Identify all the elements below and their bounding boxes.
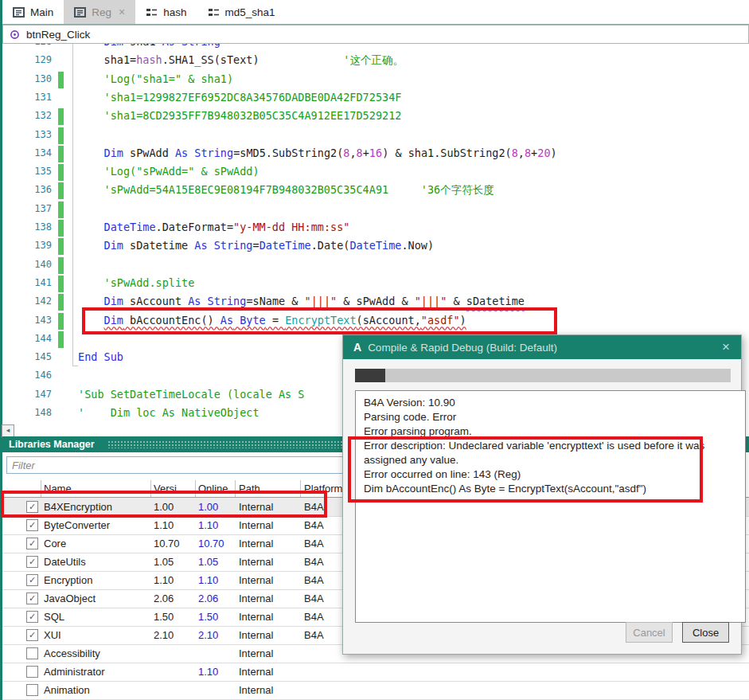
library-row-animation[interactable]: AnimationInternal [2, 681, 749, 700]
log-line: Error parsing program. [364, 424, 737, 439]
code-line-137[interactable]: 137 [2, 201, 749, 219]
tab-reg[interactable]: Reg× [64, 0, 135, 24]
cell-name: B4XEncryption [44, 501, 112, 513]
module-icon [146, 7, 158, 18]
line-number: 130 [12, 73, 52, 84]
cell-version: 1.10 [154, 574, 174, 586]
code-text: 'Log("sha1=" & sha1) [78, 72, 233, 85]
change-bar [58, 72, 64, 88]
line-number: 133 [12, 129, 52, 140]
code-line-132[interactable]: 132 'sha1=8CD2935FF7B948032B05C35C4A912E… [2, 108, 749, 126]
log-line: B4A Version: 10.90 [364, 396, 737, 410]
line-number: 129 [12, 54, 52, 65]
code-line-129[interactable]: 129 sha1=hash.SHA1_SS(sText) '这个正确。 [2, 52, 749, 70]
library-checkbox[interactable]: ✓ [26, 611, 38, 623]
code-line-138[interactable]: 138 DateTime.DateFormat="y-MM-dd HH:mm:s… [2, 219, 749, 237]
cell-version: 2.06 [154, 592, 174, 604]
compile-log-box: B4A Version: 10.90Parsing code. ErrorErr… [355, 390, 746, 623]
column-header-path[interactable]: Path [239, 483, 260, 495]
code-text: sha1=hash.SHA1_SS(sText) '这个正确。 [78, 53, 404, 68]
compile-dialog-title: Compile & Rapid Debug (Build: Default) [368, 342, 711, 354]
library-checkbox[interactable]: ✓ [26, 501, 38, 513]
hscroll-left-arrow[interactable]: ◂ [2, 424, 14, 437]
cell-online[interactable]: 1.05 [198, 556, 218, 568]
code-text: 'sPwAdd.splite [78, 276, 194, 289]
column-header-platforms[interactable]: Platforms [304, 483, 348, 495]
cell-name: DateUtils [44, 556, 86, 568]
compile-progress-bar [355, 369, 731, 382]
library-checkbox[interactable]: ✓ [26, 592, 38, 604]
library-checkbox[interactable]: ✓ [26, 538, 38, 549]
current-member-dropdown[interactable]: btnReg_Click [2, 25, 749, 44]
library-row-administrator[interactable]: Administrator1.10Internal [2, 663, 749, 682]
code-text: 'sha1=8CD2935FF7B948032B05C35C4A912EE17D… [78, 109, 401, 122]
log-line: Dim bAccountEnc() As Byte = EncryptText(… [364, 482, 737, 496]
library-checkbox[interactable]: ✓ [26, 556, 38, 568]
code-line-140[interactable]: 140 [2, 256, 749, 275]
cell-version: 1.50 [154, 611, 174, 623]
library-checkbox[interactable] [26, 647, 38, 659]
change-bar [58, 182, 64, 199]
document-tab-bar: MainReg×hashmd5_sha1 [2, 0, 749, 25]
tab-md5_sha1[interactable]: md5_sha1 [197, 0, 286, 24]
code-line-134[interactable]: 134 Dim sPwAdd As String=sMD5.SubString2… [2, 145, 749, 163]
tab-main[interactable]: Main [2, 0, 64, 24]
close-tab-icon[interactable]: × [119, 6, 125, 18]
cell-online[interactable]: 2.06 [198, 592, 218, 604]
library-checkbox[interactable]: ✓ [26, 629, 38, 641]
code-line-142[interactable]: 142 Dim sAccount As String=sName & "|||"… [2, 293, 749, 311]
code-line-128[interactable]: 128 Dim sha1 As String [2, 44, 749, 52]
cell-path: Internal [239, 647, 273, 659]
code-line-135[interactable]: 135 'Log("sPwAdd=" & sPwAdd) [2, 163, 749, 182]
change-bar [58, 313, 64, 330]
column-header-name[interactable]: Name [44, 483, 72, 495]
change-bar [58, 127, 64, 144]
cell-online[interactable]: 2.10 [198, 629, 218, 641]
line-number: 138 [12, 221, 52, 233]
line-number: 148 [12, 407, 52, 418]
cell-online[interactable]: 1.10 [198, 519, 218, 531]
library-checkbox[interactable] [26, 666, 38, 678]
library-checkbox[interactable]: ✓ [26, 574, 38, 586]
cell-platforms: B4A [304, 519, 324, 531]
code-line-141[interactable]: 141 'sPwAdd.splite [2, 275, 749, 293]
line-number: 132 [12, 110, 52, 121]
cell-online[interactable]: 1.10 [198, 574, 218, 586]
cell-version: 1.05 [154, 556, 174, 568]
library-checkbox[interactable] [26, 684, 38, 696]
cell-online[interactable]: 1.50 [198, 611, 218, 623]
cancel-button[interactable]: Cancel [626, 622, 673, 643]
column-separator [150, 480, 151, 497]
code-line-131[interactable]: 131 'sha1=1299827EF6952DC8A34576DADBE0DA… [2, 89, 749, 108]
cell-online[interactable]: 1.00 [198, 501, 218, 513]
compile-progress-fill [355, 369, 385, 382]
code-text: Dim sha1 As String [78, 44, 220, 48]
library-checkbox[interactable]: ✓ [26, 519, 38, 531]
code-line-130[interactable]: 130 'Log("sha1=" & sha1) [2, 71, 749, 89]
close-button[interactable]: Close [682, 622, 729, 643]
line-number: 135 [12, 166, 52, 177]
b4a-logo: A [343, 341, 368, 354]
cell-online[interactable]: 1.10 [198, 666, 218, 678]
code-line-143[interactable]: 143 Dim bAccountEnc() As Byte = EncryptT… [2, 312, 749, 330]
cell-platforms: B4A [304, 556, 324, 568]
column-header-online[interactable]: Online [198, 483, 228, 495]
code-line-139[interactable]: 139 Dim sDatetime As String=DateTime.Dat… [2, 237, 749, 256]
close-icon[interactable]: × [711, 339, 741, 355]
cell-path: Internal [239, 501, 273, 513]
cell-path: Internal [239, 519, 273, 531]
change-bar [58, 331, 64, 348]
form-icon [13, 7, 25, 18]
code-text: DateTime.DateFormat="y-MM-dd HH:mm:ss" [78, 221, 349, 233]
cell-online[interactable]: 10.70 [198, 538, 224, 549]
current-member-label: btnReg_Click [26, 29, 90, 41]
cell-path: Internal [239, 629, 273, 641]
tab-hash[interactable]: hash [135, 0, 197, 24]
change-bar [58, 220, 64, 237]
code-line-136[interactable]: 136 'sPwAdd=54A15E8EC9E08194F7B948032B05… [2, 182, 749, 200]
cell-name: ByteConverter [44, 519, 110, 531]
column-header-versi[interactable]: Versi [154, 483, 177, 495]
code-line-133[interactable]: 133 [2, 127, 749, 145]
cell-name: SQL [44, 611, 64, 623]
code-text: Dim bAccountEnc() As Byte = EncryptText(… [78, 314, 466, 327]
